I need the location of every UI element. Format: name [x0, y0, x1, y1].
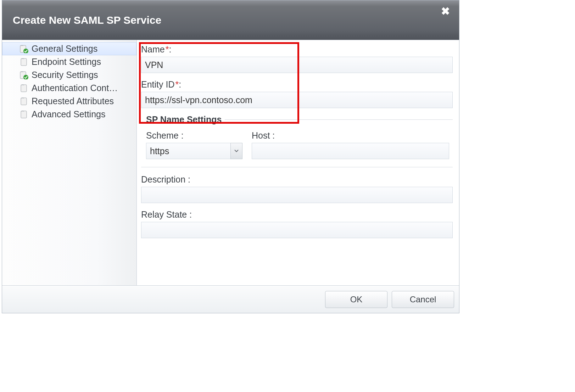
document-check-icon: [19, 45, 29, 53]
relay-state-label: Relay State :: [141, 209, 453, 220]
document-icon: [19, 110, 29, 119]
ok-button[interactable]: OK: [325, 291, 387, 308]
close-icon[interactable]: ✖: [441, 6, 450, 17]
sidebar-item-label: Requested Attributes: [32, 96, 114, 106]
field-group-name: Name*:: [141, 44, 453, 73]
sidebar-item-label: General Settings: [32, 44, 97, 54]
main-pane: Name*: Entity ID*: SP Name Settings Sche…: [137, 40, 459, 285]
document-icon: [19, 58, 29, 66]
sidebar-item-label: Advanced Settings: [32, 109, 105, 119]
sidebar-item-label: Security Settings: [32, 70, 98, 80]
sidebar-item-endpoint-settings[interactable]: Endpoint Settings: [2, 55, 136, 68]
field-group-relay-state: Relay State :: [141, 209, 453, 238]
svg-rect-7: [21, 111, 27, 118]
sp-name-settings-group: SP Name Settings Scheme : Host :: [141, 114, 453, 167]
chevron-down-icon[interactable]: [230, 143, 242, 159]
dialog: Create New SAML SP Service ✖ General Set…: [2, 0, 459, 313]
cancel-button[interactable]: Cancel: [392, 291, 454, 308]
dialog-body: General Settings Endpoint Settings Secur…: [2, 40, 459, 285]
dialog-footer: OK Cancel: [2, 285, 459, 313]
name-input[interactable]: [141, 57, 453, 73]
host-label: Host :: [252, 130, 449, 141]
sidebar-item-label: Authentication Cont…: [32, 83, 118, 93]
sidebar-item-advanced-settings[interactable]: Advanced Settings: [2, 108, 136, 121]
entity-id-label: Entity ID*:: [141, 79, 453, 90]
sidebar-item-requested-attributes[interactable]: Requested Attributes: [2, 95, 136, 108]
sidebar-item-security-settings[interactable]: Security Settings: [2, 68, 136, 82]
sidebar-item-label: Endpoint Settings: [32, 57, 101, 67]
scheme-label: Scheme :: [146, 130, 242, 141]
svg-rect-2: [21, 58, 27, 66]
svg-rect-6: [21, 98, 27, 105]
field-group-description: Description :: [141, 174, 453, 203]
entity-id-input[interactable]: [141, 92, 453, 108]
sp-name-settings-legend: SP Name Settings: [141, 114, 225, 125]
relay-state-input[interactable]: [141, 222, 453, 238]
dialog-title: Create New SAML SP Service: [13, 14, 161, 26]
document-check-icon: [19, 71, 29, 79]
sidebar: General Settings Endpoint Settings Secur…: [2, 40, 137, 285]
description-label: Description :: [141, 174, 453, 185]
sidebar-item-authentication-context[interactable]: Authentication Cont…: [2, 82, 136, 95]
field-group-entity-id: Entity ID*:: [141, 79, 453, 108]
name-label: Name*:: [141, 44, 453, 55]
svg-rect-5: [21, 85, 27, 92]
sidebar-item-general-settings[interactable]: General Settings: [2, 42, 136, 55]
dialog-header: Create New SAML SP Service ✖: [2, 0, 459, 40]
description-input[interactable]: [141, 187, 453, 203]
scheme-select[interactable]: [146, 143, 242, 159]
document-icon: [19, 97, 29, 106]
document-icon: [19, 84, 29, 93]
host-input[interactable]: [252, 143, 449, 159]
scheme-value[interactable]: [146, 143, 242, 159]
